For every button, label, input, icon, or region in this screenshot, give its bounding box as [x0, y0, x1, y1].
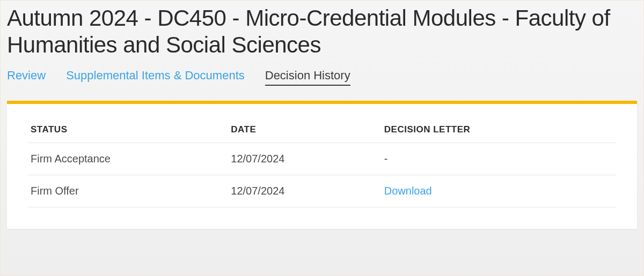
cell-status: Firm Offer [27, 175, 228, 207]
decision-history-card: STATUS DATE DECISION LETTER Firm Accepta… [7, 101, 637, 229]
cell-status: Firm Acceptance [27, 143, 228, 175]
tab-decision-history[interactable]: Decision History [265, 69, 350, 86]
download-link[interactable]: Download [384, 185, 432, 197]
cell-decision-letter: Download [381, 175, 617, 207]
cell-date: 12/07/2024 [228, 175, 380, 207]
tab-review[interactable]: Review [7, 69, 46, 86]
cell-date: 12/07/2024 [228, 143, 380, 175]
page-title: Autumn 2024 - DC450 - Micro-Credential M… [7, 5, 637, 59]
tabs-nav: Review Supplemental Items & Documents De… [7, 69, 637, 86]
col-header-decision-letter: DECISION LETTER [381, 117, 617, 143]
table-row: Firm Acceptance 12/07/2024 - [27, 143, 617, 175]
tab-supplemental[interactable]: Supplemental Items & Documents [66, 69, 245, 86]
col-header-status: STATUS [27, 117, 228, 143]
decision-history-table: STATUS DATE DECISION LETTER Firm Accepta… [27, 117, 617, 207]
table-row: Firm Offer 12/07/2024 Download [27, 175, 617, 207]
col-header-date: DATE [228, 117, 380, 143]
cell-decision-letter: - [381, 143, 617, 175]
